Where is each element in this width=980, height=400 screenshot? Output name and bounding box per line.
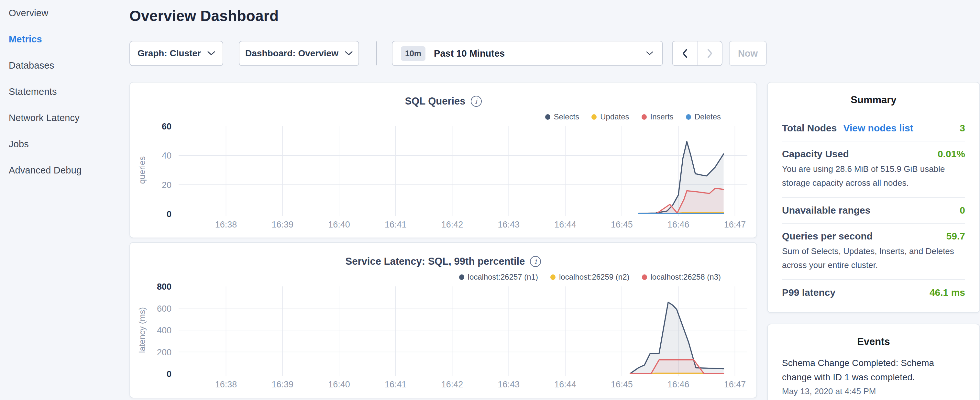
legend-item[interactable]: Deletes — [686, 112, 721, 121]
legend-label: localhost:26259 (n2) — [559, 273, 629, 282]
info-icon[interactable]: i — [471, 96, 482, 107]
x-tick-label: 16:46 — [667, 379, 689, 389]
summary-row-label: Queries per second — [782, 231, 873, 242]
legend-label: Deletes — [695, 112, 721, 121]
legend-dot-icon — [459, 274, 464, 280]
x-tick-label: 16:44 — [554, 220, 576, 229]
summary-row-p99-latency: P99 latency46.1 ms — [782, 280, 965, 305]
y-tick-label: 600 — [157, 304, 172, 314]
controls-divider — [376, 41, 377, 65]
summary-panel-title: Summary — [782, 94, 965, 106]
time-forward-button[interactable] — [698, 41, 722, 65]
event-message: Schema Change Completed: Schema change w… — [782, 356, 965, 384]
legend-item[interactable]: Selects — [545, 112, 579, 121]
chart-legend: localhost:26257 (n1)localhost:26259 (n2)… — [459, 273, 721, 282]
page-title: Overview Dashboard — [129, 7, 278, 25]
summary-row-label: Total Nodes — [782, 123, 837, 134]
summary-row-description: You are using 28.6 MiB of 515.9 GiB usab… — [782, 162, 965, 190]
legend-dot-icon — [686, 114, 691, 120]
y-axis-title: latency (ms) — [137, 307, 147, 353]
legend-label: localhost:26257 (n1) — [468, 273, 538, 282]
info-icon[interactable]: i — [530, 256, 541, 267]
x-tick-label: 16:39 — [272, 220, 293, 229]
graph-source-dropdown-label: Graph: Cluster — [137, 48, 201, 59]
now-button[interactable]: Now — [729, 41, 767, 66]
chart-title-row: SQL Queries i — [130, 96, 756, 107]
view-nodes-list-link[interactable]: View nodes list — [843, 123, 913, 134]
x-tick-label: 16:44 — [554, 379, 576, 389]
service-latency-chart-card: Service Latency: SQL, 99th percentile i … — [129, 242, 757, 398]
sql-queries-chart: 16:3816:3916:4016:4116:4216:4316:4416:45… — [130, 121, 758, 236]
legend-label: localhost:26258 (n3) — [651, 273, 721, 282]
summary-row-label: Capacity Used — [782, 148, 849, 159]
x-tick-label: 16:38 — [215, 379, 237, 389]
x-tick-label: 16:42 — [441, 379, 463, 389]
chart-legend: SelectsUpdatesInsertsDeletes — [545, 112, 721, 121]
y-tick-label: 0 — [167, 369, 172, 379]
legend-label: Updates — [600, 112, 629, 121]
graph-source-dropdown[interactable]: Graph: Cluster — [129, 41, 223, 66]
x-tick-label: 16:45 — [611, 379, 633, 389]
chart-title-row: Service Latency: SQL, 99th percentile i — [130, 256, 756, 267]
y-tick-label: 800 — [157, 282, 172, 292]
chevron-left-icon — [682, 49, 688, 58]
time-back-button[interactable] — [673, 41, 698, 65]
event-timestamp: May 13, 2020 at 4:45 PM — [782, 386, 965, 397]
summary-row-label: P99 latency — [782, 287, 835, 298]
chevron-right-icon — [706, 49, 713, 58]
x-tick-label: 16:38 — [215, 220, 237, 229]
time-step-buttons — [672, 41, 722, 66]
sidebar-item-statements[interactable]: Statements — [0, 79, 127, 105]
chevron-down-icon — [646, 51, 653, 56]
time-range-picker[interactable]: 10m Past 10 Minutes — [392, 41, 663, 66]
summary-row-unavailable-ranges: Unavailable ranges0 — [782, 198, 965, 224]
y-tick-label: 40 — [162, 151, 172, 161]
sidebar-item-advanced-debug[interactable]: Advanced Debug — [0, 157, 127, 183]
summary-rows: Total NodesView nodes list3Capacity Used… — [782, 116, 965, 305]
summary-row-label: Unavailable ranges — [782, 205, 870, 216]
chevron-down-icon — [345, 51, 353, 56]
legend-item[interactable]: localhost:26259 (n2) — [550, 273, 629, 282]
sidebar-item-overview[interactable]: Overview — [0, 0, 127, 26]
y-tick-label: 20 — [162, 180, 172, 190]
dashboard-dropdown-label: Dashboard: Overview — [245, 48, 339, 59]
sidebar-item-metrics[interactable]: Metrics — [0, 26, 127, 53]
y-tick-label: 60 — [162, 122, 172, 131]
sidebar-item-jobs[interactable]: Jobs — [0, 131, 127, 157]
y-axis-title: queries — [137, 156, 147, 184]
x-tick-label: 16:47 — [724, 220, 746, 229]
summary-row-value: 0.01% — [938, 148, 965, 159]
legend-dot-icon — [545, 114, 550, 120]
legend-item[interactable]: Updates — [592, 112, 629, 121]
dashboard-dropdown[interactable]: Dashboard: Overview — [239, 41, 359, 66]
x-tick-label: 16:40 — [328, 379, 350, 389]
events-panel-title: Events — [782, 336, 965, 347]
chart-grid — [178, 126, 748, 216]
x-tick-label: 16:46 — [667, 220, 689, 229]
summary-row-queries-per-second: Queries per second59.7Sum of Selects, Up… — [782, 224, 965, 280]
now-button-label: Now — [738, 48, 758, 59]
service-latency-chart: 16:3816:3916:4016:4116:4216:4316:4416:45… — [130, 282, 758, 397]
legend-label: Inserts — [650, 112, 674, 121]
legend-item[interactable]: localhost:26257 (n1) — [459, 273, 538, 282]
x-tick-label: 16:47 — [724, 379, 746, 389]
legend-item[interactable]: Inserts — [641, 112, 674, 121]
series-line-Deletes — [639, 214, 724, 214]
x-tick-label: 16:42 — [441, 220, 463, 229]
legend-dot-icon — [592, 114, 597, 120]
legend-dot-icon — [550, 274, 555, 280]
sidebar-item-databases[interactable]: Databases — [0, 53, 127, 79]
summary-panel: Summary Total NodesView nodes list3Capac… — [767, 82, 980, 313]
x-tick-label: 16:40 — [328, 220, 350, 229]
y-tick-label: 400 — [157, 325, 172, 335]
chart-title: Service Latency: SQL, 99th percentile — [345, 256, 525, 267]
time-range-label: Past 10 Minutes — [434, 48, 505, 59]
chevron-down-icon — [207, 51, 215, 56]
y-tick-label: 200 — [157, 347, 172, 357]
x-tick-label: 16:43 — [498, 379, 520, 389]
sidebar-item-network-latency[interactable]: Network Latency — [0, 105, 127, 131]
x-tick-label: 16:43 — [498, 220, 520, 229]
summary-row-total-nodes: Total NodesView nodes list3 — [782, 116, 965, 142]
legend-item[interactable]: localhost:26258 (n3) — [642, 273, 721, 282]
y-tick-label: 0 — [167, 209, 172, 219]
